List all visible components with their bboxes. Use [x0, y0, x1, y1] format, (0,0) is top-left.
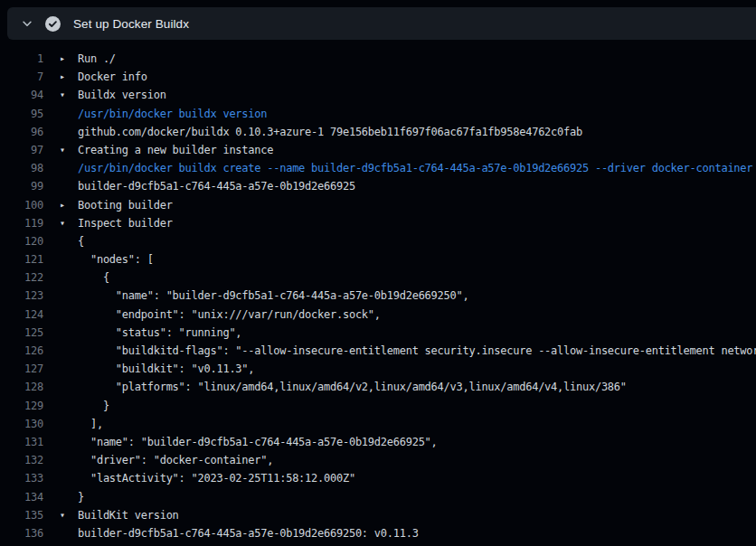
step-title: Set up Docker Buildx — [73, 17, 189, 31]
marker-spacer — [60, 159, 78, 177]
log-line: 127 "buildkit": "v0.11.3", — [0, 360, 756, 378]
log-group-row[interactable]: 100 ▸ Booting builder — [0, 196, 756, 214]
line-number[interactable]: 97 — [0, 141, 43, 159]
line-number[interactable]: 126 — [0, 342, 43, 360]
line-number[interactable]: 7 — [0, 68, 43, 86]
log-line-text: { — [78, 268, 109, 287]
log-line-text: } — [78, 488, 84, 506]
log-line-text: builder-d9cfb5a1-c764-445a-a57e-0b19d2e6… — [78, 177, 355, 195]
log-group-row[interactable]: 135 ▾ BuildKit version — [0, 506, 756, 524]
marker-spacer — [60, 306, 78, 324]
log-line-text: Buildx version — [78, 86, 166, 104]
log-line-text: "platforms": "linux/amd64,linux/amd64/v2… — [78, 378, 627, 396]
step-header[interactable]: Set up Docker Buildx — [7, 7, 756, 40]
log-group-row[interactable]: 94 ▾ Buildx version — [0, 86, 756, 104]
marker-spacer — [60, 324, 78, 342]
marker-spacer — [60, 342, 78, 360]
log-line-text: Inspect builder — [78, 214, 173, 232]
marker-spacer — [60, 105, 78, 123]
marker-spacer — [60, 250, 78, 268]
log-line: 128 "platforms": "linux/amd64,linux/amd6… — [0, 378, 756, 396]
log-line-text: Docker info — [78, 68, 147, 86]
log-line-text: "nodes": [ — [78, 250, 154, 268]
log-viewer: 1 ▸ Run ./ 7 ▸ Docker info 94 ▾ Buildx v… — [0, 40, 756, 546]
triangle-expanded-icon: ▾ — [60, 141, 78, 159]
marker-spacer — [60, 469, 78, 487]
line-number[interactable]: 129 — [0, 397, 43, 415]
log-line-text: { — [78, 232, 84, 250]
log-line: 123 "name": "builder-d9cfb5a1-c764-445a-… — [0, 287, 756, 305]
log-line: 129 } — [0, 397, 756, 415]
log-line: 136 builder-d9cfb5a1-c764-445a-a57e-0b19… — [0, 524, 756, 542]
line-number[interactable]: 133 — [0, 469, 43, 487]
log-line-text: "driver": "docker-container", — [78, 451, 273, 469]
triangle-expanded-icon: ▾ — [60, 86, 78, 104]
log-group-row[interactable]: 7 ▸ Docker info — [0, 68, 756, 86]
log-line-text: "buildkit": "v0.11.3", — [78, 360, 254, 378]
log-line-text: BuildKit version — [78, 506, 179, 524]
log-line-text: "lastActivity": "2023-02-25T11:58:12.000… — [78, 469, 355, 487]
log-line: 98 /usr/bin/docker buildx create --name … — [0, 159, 756, 177]
log-line: 124 "endpoint": "unix:///var/run/docker.… — [0, 306, 756, 324]
line-number[interactable]: 125 — [0, 324, 43, 342]
line-number[interactable]: 120 — [0, 232, 43, 250]
line-number[interactable]: 127 — [0, 360, 43, 378]
line-number[interactable]: 128 — [0, 378, 43, 396]
log-line: 96 github.com/docker/buildx 0.10.3+azure… — [0, 123, 756, 141]
log-group-row[interactable]: 1 ▸ Run ./ — [0, 50, 756, 68]
log-line-text: Creating a new builder instance — [78, 141, 273, 159]
log-line: 121 "nodes": [ — [0, 250, 756, 268]
log-line-text: "buildkitd-flags": "--allow-insecure-ent… — [78, 342, 756, 360]
line-number[interactable]: 100 — [0, 196, 43, 214]
line-number[interactable]: 131 — [0, 433, 43, 451]
log-line: 130 ], — [0, 415, 756, 433]
log-line: 122 { — [0, 268, 756, 287]
marker-spacer — [60, 397, 78, 415]
line-number[interactable]: 119 — [0, 214, 43, 232]
line-number[interactable]: 98 — [0, 159, 43, 177]
log-line-text: "name": "builder-d9cfb5a1-c764-445a-a57e… — [78, 287, 468, 305]
log-line: 133 "lastActivity": "2023-02-25T11:58:12… — [0, 469, 756, 487]
log-line-text: ], — [78, 415, 103, 433]
log-line: 99 builder-d9cfb5a1-c764-445a-a57e-0b19d… — [0, 177, 756, 195]
line-number[interactable]: 123 — [0, 287, 43, 305]
triangle-collapsed-icon: ▸ — [60, 196, 78, 214]
line-number[interactable]: 99 — [0, 177, 43, 195]
check-circle-icon — [45, 16, 61, 32]
marker-spacer — [60, 488, 78, 506]
triangle-collapsed-icon: ▸ — [60, 50, 78, 68]
marker-spacer — [60, 268, 78, 287]
log-line-text: /usr/bin/docker buildx version — [78, 105, 267, 123]
log-line-text: "status": "running", — [78, 324, 241, 342]
log-group-row[interactable]: 97 ▾ Creating a new builder instance — [0, 141, 756, 159]
line-number[interactable]: 96 — [0, 123, 43, 141]
line-number[interactable]: 130 — [0, 415, 43, 433]
log-line-text: } — [78, 397, 109, 415]
line-number[interactable]: 94 — [0, 86, 43, 104]
log-line-text: Booting builder — [78, 196, 173, 214]
marker-spacer — [60, 177, 78, 195]
log-line: 132 "driver": "docker-container", — [0, 451, 756, 469]
log-line-text: github.com/docker/buildx 0.10.3+azure-1 … — [78, 123, 582, 141]
log-line-text: "endpoint": "unix:///var/run/docker.sock… — [78, 306, 381, 324]
log-line: 95 /usr/bin/docker buildx version — [0, 105, 756, 123]
log-line: 131 "name": "builder-d9cfb5a1-c764-445a-… — [0, 433, 756, 451]
marker-spacer — [60, 232, 78, 250]
line-number[interactable]: 121 — [0, 250, 43, 268]
line-number[interactable]: 136 — [0, 524, 43, 542]
line-number[interactable]: 1 — [0, 50, 43, 68]
marker-spacer — [60, 415, 78, 433]
log-line-text: "name": "builder-d9cfb5a1-c764-445a-a57e… — [78, 433, 438, 451]
line-number[interactable]: 134 — [0, 488, 43, 506]
marker-spacer — [60, 451, 78, 469]
line-number[interactable]: 122 — [0, 268, 43, 287]
triangle-expanded-icon: ▾ — [60, 506, 78, 524]
chevron-down-icon[interactable] — [20, 16, 34, 31]
marker-spacer — [60, 524, 78, 542]
log-line-text: Run ./ — [78, 50, 116, 68]
line-number[interactable]: 124 — [0, 306, 43, 324]
line-number[interactable]: 135 — [0, 506, 43, 524]
log-group-row[interactable]: 119 ▾ Inspect builder — [0, 214, 756, 232]
line-number[interactable]: 132 — [0, 451, 43, 469]
line-number[interactable]: 95 — [0, 105, 43, 123]
